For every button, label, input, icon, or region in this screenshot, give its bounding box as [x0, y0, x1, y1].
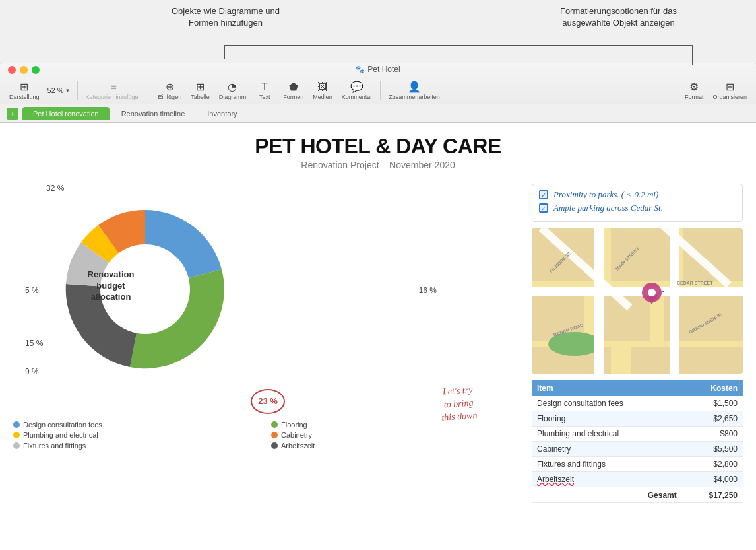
legend-item-flooring: Flooring	[271, 421, 516, 429]
format-button[interactable]: ⚙ Format	[681, 79, 708, 102]
legend-dot-design	[13, 421, 20, 428]
toolbar-separator-3	[380, 81, 381, 100]
tabs-bar: + Pet Hotel renovation Renovation timeli…	[0, 104, 756, 123]
insert-button[interactable]: ⊕ Einfügen	[154, 79, 186, 102]
main-content: PET HOTEL & DAY CARE Renovation Project …	[0, 123, 756, 550]
media-button[interactable]: 🖼 Medien	[309, 80, 336, 102]
zoom-arrow-icon: ▼	[65, 88, 71, 94]
annotation-left: Objekte wie Diagramme und Formen hinzufü…	[172, 5, 280, 29]
close-button[interactable]	[8, 66, 16, 74]
note-checkbox-2: ✓	[539, 203, 548, 213]
pct-label-16: 16 %	[419, 286, 437, 295]
table-row: Design consultation fees $1,500	[532, 396, 743, 411]
chart-button[interactable]: ◔ Diagramm	[215, 79, 251, 102]
legend-dot-plumbing	[13, 432, 20, 438]
media-icon: 🖼	[317, 81, 328, 93]
category-button[interactable]: ≡ Kategorie hinzufügen	[82, 80, 146, 102]
shapes-button[interactable]: ⬟ Formen	[279, 79, 307, 102]
pct-label-9: 9 %	[25, 367, 39, 376]
window-title: 🐾 Pet Hotel	[356, 65, 400, 74]
legend-dot-flooring	[271, 421, 278, 428]
map-svg: FILMORE ST. MAIN STREET CEDAR STREET GRA…	[532, 228, 743, 374]
legend-item-cabinetry: Cabinetry	[271, 431, 516, 439]
row-design-cost: $1,500	[682, 396, 743, 411]
map-container: FILMORE ST. MAIN STREET CEDAR STREET GRA…	[532, 228, 743, 374]
tab-renovation-timeline[interactable]: Renovation timeline	[111, 107, 196, 120]
svg-rect-12	[532, 287, 743, 296]
col-item-header: Item	[532, 380, 682, 396]
pct-label-15: 15 %	[25, 339, 43, 348]
window-controls	[8, 66, 40, 74]
chart-legend: Design consultation fees Flooring Plumbi…	[13, 421, 516, 450]
handwriting-note: Let's try to bring this down	[439, 383, 478, 424]
table-row: Fixtures and fittings $2,800	[532, 457, 743, 472]
organize-button[interactable]: ⊟ Organisieren	[709, 79, 751, 102]
right-panel: ✓ Proximity to parks. ( < 0.2 mi) ✓ Ampl…	[532, 184, 743, 503]
row-fixtures-cost: $2,800	[682, 457, 743, 472]
cost-table: Item Kosten Design consultation fees $1,…	[532, 380, 743, 503]
toolbar-separator-2	[150, 81, 150, 100]
text-button[interactable]: T Text	[251, 80, 278, 102]
legend-dot-fixtures	[13, 442, 20, 449]
note-line-1: ✓ Proximity to parks. ( < 0.2 mi)	[539, 189, 736, 200]
svg-rect-14	[670, 228, 679, 374]
add-tab-button[interactable]: +	[7, 108, 18, 120]
insert-icon: ⊕	[166, 81, 174, 93]
total-label: Gesamt	[532, 487, 682, 503]
pct-23-circle: 23 %	[251, 389, 285, 414]
tab-inventory[interactable]: Inventory	[197, 107, 247, 120]
note-checkbox-1: ✓	[539, 190, 548, 199]
row-arbeitszeit-item: Arbeitszeit	[532, 472, 682, 487]
chart-section: 32 % 5 % 15 % 9 % 16 %	[13, 184, 516, 450]
note-line-2: ✓ Ample parking across Cedar St.	[539, 203, 736, 213]
table-icon: ⊞	[196, 81, 205, 93]
pct-23-annotation: 23 %	[251, 389, 285, 414]
text-icon: T	[261, 81, 268, 93]
donut-chart-wrapper: 32 % 5 % 15 % 9 % 16 %	[13, 184, 516, 395]
row-cabinetry-item: Cabinetry	[532, 442, 682, 457]
table-button[interactable]: ⊞ Tabelle	[187, 79, 214, 102]
legend-item-arbeitszeit: Arbeitszeit	[271, 442, 516, 450]
row-plumbing-item: Plumbing and electrical	[532, 427, 682, 442]
view-button[interactable]: ⊞ Darstellung	[5, 79, 44, 102]
zoom-button[interactable]: 52 % ▼	[45, 85, 73, 96]
legend-item-fixtures: Fixtures and fittings	[13, 442, 258, 450]
pct-label-5: 5 %	[25, 286, 39, 295]
comment-button[interactable]: 💬 Kommentar	[338, 79, 377, 102]
toolbar: ⊞ Darstellung 52 % ▼ ≡ Kategorie hinzufü…	[0, 77, 756, 104]
donut-hole	[100, 244, 190, 334]
svg-point-21	[648, 289, 656, 296]
svg-rect-2	[611, 228, 670, 281]
svg-rect-13	[594, 228, 604, 374]
mac-window: 🐾 Pet Hotel ⊞ Darstellung 52 % ▼ ≡ Kateg…	[0, 59, 756, 550]
category-icon: ≡	[110, 81, 116, 93]
legend-grid: Design consultation fees Flooring Plumbi…	[13, 421, 516, 450]
table-row: Arbeitszeit $4,000	[532, 472, 743, 487]
collab-button[interactable]: 👤 Zusammenarbeiten	[385, 79, 444, 102]
organize-icon: ⊟	[726, 81, 734, 93]
annotation-line-left	[224, 45, 225, 59]
table-total-row: Gesamt $17,250	[532, 487, 743, 503]
slide-area: PET HOTEL & DAY CARE Renovation Project …	[0, 123, 756, 550]
row-flooring-cost: $2,650	[682, 411, 743, 427]
maximize-button[interactable]	[32, 66, 40, 74]
slide-title: PET HOTEL & DAY CARE	[13, 134, 743, 158]
chart-icon: ◔	[228, 81, 237, 93]
shapes-icon: ⬟	[289, 81, 298, 93]
table-row: Cabinetry $5,500	[532, 442, 743, 457]
titlebar-top: 🐾 Pet Hotel	[0, 63, 756, 77]
legend-item-design: Design consultation fees	[13, 421, 258, 429]
minimize-button[interactable]	[20, 66, 28, 74]
view-icon: ⊞	[20, 81, 28, 93]
legend-dot-cabinetry	[271, 432, 278, 438]
annotation-hline	[224, 45, 693, 46]
table-row: Plumbing and electrical $800	[532, 427, 743, 442]
slide-subtitle: Renovation Project – November 2020	[13, 160, 743, 170]
notes-area: ✓ Proximity to parks. ( < 0.2 mi) ✓ Ampl…	[532, 184, 743, 222]
legend-item-plumbing: Plumbing and electrical	[13, 431, 258, 439]
donut-svg	[46, 190, 244, 388]
total-value: $17,250	[682, 487, 743, 503]
tab-pet-hotel-renovation[interactable]: Pet Hotel renovation	[22, 107, 110, 120]
row-plumbing-cost: $800	[682, 427, 743, 442]
table-row: Flooring $2,650	[532, 411, 743, 427]
